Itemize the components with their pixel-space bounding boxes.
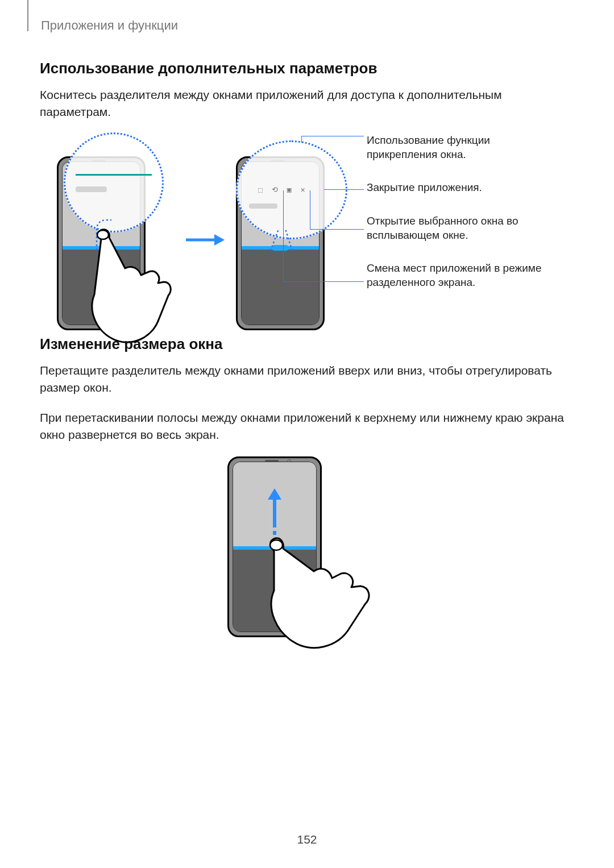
svg-marker-2 — [214, 234, 225, 246]
section1-paragraph: Коснитесь разделителя между окнами прило… — [40, 86, 574, 121]
zoom-lens-1 — [64, 132, 164, 232]
header-tab-mark — [27, 0, 28, 31]
zoom-tail-1 — [96, 219, 124, 253]
page-number: 152 — [0, 833, 614, 846]
leader-line — [310, 229, 364, 230]
leader-line — [301, 136, 364, 136]
leader-line — [283, 190, 284, 281]
leader-line — [324, 189, 364, 190]
divider-options-row: ⬚ ⟲ ▣ ✕ — [258, 185, 305, 194]
callout-swap-apps: Смена мест приложений в режиме разделенн… — [367, 261, 560, 289]
callouts-column: Использование функции прикрепления окна.… — [367, 134, 560, 309]
section2-paragraph-1: Перетащите разделитель между окнами прил… — [40, 362, 574, 397]
zoom-content-bar — [76, 174, 152, 176]
leader-line — [301, 136, 302, 143]
section2-paragraph-2: При перетаскивании полосы между окнами п… — [40, 409, 574, 444]
popup-window-icon: ▣ — [287, 185, 292, 194]
arrow-right-icon — [185, 233, 225, 247]
callout-popup-window: Открытие выбранного окна во всплывающем … — [367, 214, 560, 242]
zoom-blur-row — [76, 186, 107, 192]
figure-resize-window — [40, 456, 574, 638]
running-header: Приложения и функции — [41, 18, 178, 33]
snap-window-icon: ⬚ — [258, 185, 263, 194]
drag-up-arrow-icon — [267, 488, 282, 551]
zoom-blur-row — [249, 203, 277, 209]
swap-apps-icon: ⟲ — [272, 185, 278, 194]
lower-app-pane — [63, 250, 140, 325]
zoom-tail-2 — [268, 225, 294, 253]
leader-line — [283, 281, 364, 282]
figure-additional-options: ⬚ ⟲ ▣ ✕ Использование функции прикреплен… — [40, 134, 574, 355]
section2-title: Изменение размера окна — [40, 335, 574, 353]
svg-marker-5 — [268, 488, 281, 500]
callout-snap-window: Использование функции прикрепления окна. — [367, 134, 560, 161]
lower-app-pane — [233, 550, 316, 632]
leader-line — [310, 190, 310, 229]
callout-close-app: Закрытие приложения. — [367, 181, 560, 195]
section1-title: Использование дополнительных параметров — [40, 60, 574, 77]
close-app-icon: ✕ — [301, 185, 305, 194]
lower-app-pane — [242, 250, 319, 325]
